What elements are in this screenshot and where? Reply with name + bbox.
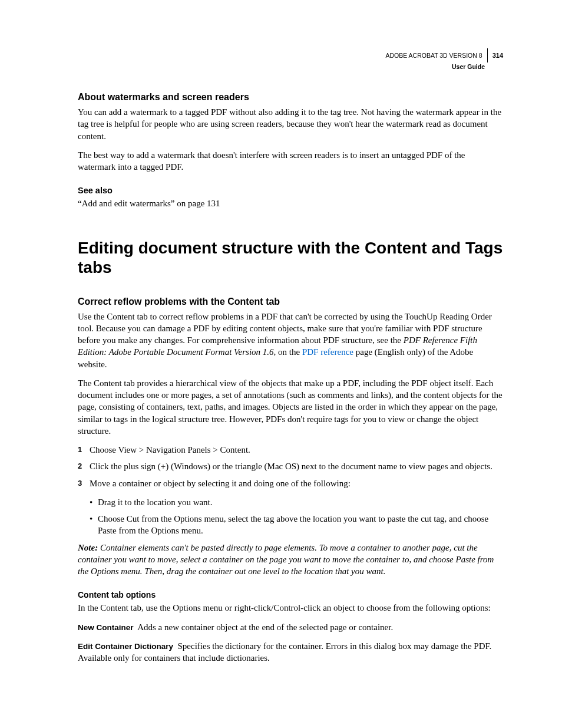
see-also-text: “Add and edit watermarks” on page 131 <box>78 197 503 209</box>
reflow-p1-b: , on the <box>274 347 302 357</box>
step-number: 3 <box>78 477 90 489</box>
definition-item: Edit Container Dictionary Specifies the … <box>78 640 503 664</box>
bullet-marker-icon: • <box>90 513 98 537</box>
reflow-paragraph-2: The Content tab provides a hierarchical … <box>78 377 503 437</box>
note-text: Container elements can't be pasted direc… <box>78 543 494 577</box>
definition-term: New Container <box>78 623 134 632</box>
steps-list: 1 Choose View > Navigation Panels > Cont… <box>78 444 503 489</box>
bullet-list: • Drag it to the location you want. • Ch… <box>90 496 503 537</box>
watermarks-paragraph-1: You can add a watermark to a tagged PDF … <box>78 106 503 142</box>
heading-reflow: Correct reflow problems with the Content… <box>78 297 503 307</box>
see-also-heading: See also <box>78 186 503 195</box>
step-item: 3 Move a container or object by selectin… <box>78 477 503 489</box>
definition-term: Edit Container Dictionary <box>78 642 173 651</box>
bullet-item: • Choose Cut from the Options menu, sele… <box>90 513 503 537</box>
heading-watermarks: About watermarks and screen readers <box>78 92 503 103</box>
reflow-paragraph-1: Use the Content tab to correct reflow pr… <box>78 311 503 370</box>
content-tab-intro: In the Content tab, use the Options menu… <box>78 602 503 614</box>
header-subtitle: User Guide <box>385 62 503 71</box>
header-line-1: ADOBE ACROBAT 3D VERSION 8 314 <box>385 48 503 62</box>
step-text: Move a container or object by selecting … <box>90 477 503 489</box>
definition-text: Adds a new container object at the end o… <box>137 622 393 632</box>
note-label: Note: <box>78 543 98 552</box>
bullet-text: Choose Cut from the Options menu, select… <box>98 513 503 537</box>
watermarks-paragraph-2: The best way to add a watermark that doe… <box>78 149 503 173</box>
header-product: ADOBE ACROBAT 3D VERSION 8 <box>385 51 482 60</box>
bullet-item: • Drag it to the location you want. <box>90 496 503 508</box>
main-heading: Editing document structure with the Cont… <box>78 238 503 278</box>
bullet-text: Drag it to the location you want. <box>98 496 503 508</box>
step-text: Choose View > Navigation Panels > Conten… <box>90 444 503 456</box>
header-page-number: 314 <box>492 51 503 60</box>
heading-content-tab-options: Content tab options <box>78 590 503 599</box>
header-divider <box>487 48 488 62</box>
step-item: 2 Click the plus sign (+) (Windows) or t… <box>78 460 503 472</box>
page-header: ADOBE ACROBAT 3D VERSION 8 314 User Guid… <box>385 48 503 71</box>
step-text: Click the plus sign (+) (Windows) or the… <box>90 460 503 472</box>
pdf-reference-link[interactable]: PDF reference <box>302 347 353 357</box>
step-number: 1 <box>78 444 90 456</box>
step-item: 1 Choose View > Navigation Panels > Cont… <box>78 444 503 456</box>
note-paragraph: Note: Container elements can't be pasted… <box>78 542 503 578</box>
step-number: 2 <box>78 460 90 472</box>
definition-item: New Container Adds a new container objec… <box>78 621 503 633</box>
bullet-marker-icon: • <box>90 496 98 508</box>
